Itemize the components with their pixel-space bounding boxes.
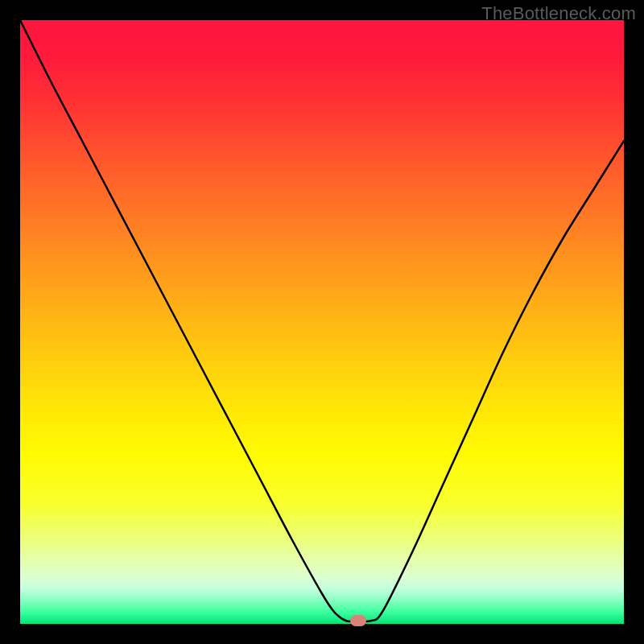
bottleneck-curve bbox=[20, 20, 624, 624]
plot-area bbox=[20, 20, 624, 624]
chart-stage: TheBottleneck.com bbox=[0, 0, 644, 644]
optimal-marker bbox=[350, 615, 366, 626]
curve-path bbox=[20, 20, 624, 621]
attribution-text: TheBottleneck.com bbox=[481, 3, 636, 24]
